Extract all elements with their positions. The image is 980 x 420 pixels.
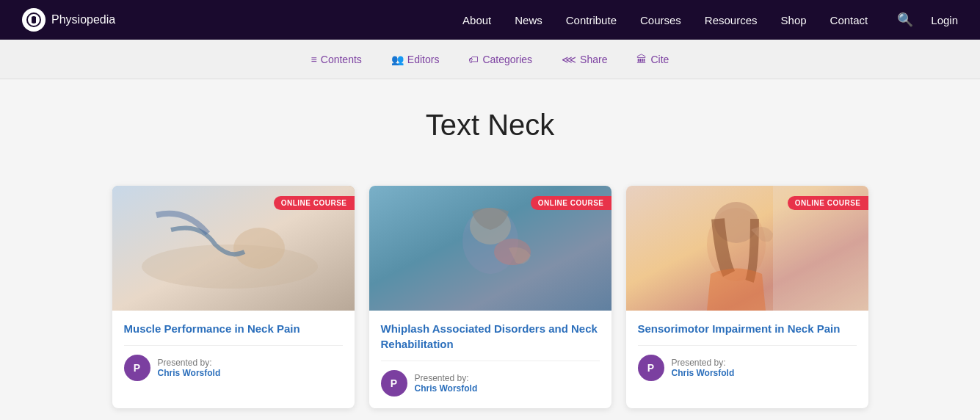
card-2-presenter: P Presented by: Chris Worsfold [381,370,600,397]
svg-point-3 [233,228,285,269]
secondary-navigation: ≡ Contents 👥 Editors 🏷 Categories ⋘ Shar… [0,40,980,79]
card-2-divider [381,361,600,361]
card-3-divider [638,345,857,346]
editors-label: Editors [407,54,440,65]
card-2[interactable]: ONLINE COURSE Whiplash Associated Disord… [369,186,611,408]
nav-right: 🔍 Login [897,12,958,28]
nav-contact[interactable]: Contact [830,14,868,26]
cite-link[interactable]: 🏛 Cite [636,54,669,65]
logo-text: Physiopedia [51,13,115,26]
card-2-title: Whiplash Associated Disorders and Neck R… [381,321,600,352]
card-1[interactable]: ONLINE COURSE Muscle Performance in Neck… [112,186,355,408]
card-1-presenter-name: Chris Worsfold [158,368,221,378]
nav-news[interactable]: News [515,14,542,26]
card-3-presenter: P Presented by: Chris Worsfold [638,355,857,381]
card-3-presenter-info: Presented by: Chris Worsfold [672,358,735,378]
card-1-presenter-info: Presented by: Chris Worsfold [158,358,221,378]
page-title: Text Neck [15,109,965,142]
editors-link[interactable]: 👥 Editors [391,54,440,65]
card-2-presented-by: Presented by: [415,373,478,383]
cite-icon: 🏛 [636,54,647,65]
share-link[interactable]: ⋘ Share [562,54,607,65]
contents-label: Contents [321,54,362,65]
card-1-presented-by: Presented by: [158,358,221,368]
nav-links: About News Contribute Courses Resources … [462,14,868,26]
nav-contribute[interactable]: Contribute [566,14,617,26]
nav-courses[interactable]: Courses [640,14,681,26]
card-1-body: Muscle Performance in Neck Pain P Presen… [112,311,355,393]
card-3-presented-by: Presented by: [672,358,735,368]
cards-section: ONLINE COURSE Muscle Performance in Neck… [0,178,980,420]
search-icon[interactable]: 🔍 [897,12,913,28]
card-2-presenter-name: Chris Worsfold [415,383,478,394]
card-3[interactable]: ONLINE COURSE Sensorimotor Impairment in… [626,186,868,408]
card-2-avatar: P [381,370,407,397]
svg-point-2 [142,245,318,289]
card-1-title: Muscle Performance in Neck Pain [124,321,343,336]
nav-shop[interactable]: Shop [781,14,807,26]
card-1-divider [124,345,343,346]
editors-icon: 👥 [391,54,404,65]
card-3-image: ONLINE COURSE [626,186,868,311]
contents-icon: ≡ [311,54,317,65]
card-3-body: Sensorimotor Impairment in Neck Pain P P… [626,311,868,393]
nav-resources[interactable]: Resources [705,14,758,26]
nav-about[interactable]: About [462,14,491,26]
card-1-image: ONLINE COURSE [112,186,355,311]
share-label: Share [580,54,607,65]
card-3-presenter-name: Chris Worsfold [672,368,735,378]
card-1-avatar: P [124,355,150,381]
card-2-badge: ONLINE COURSE [531,196,611,210]
categories-label: Categories [482,54,532,65]
card-2-image: ONLINE COURSE [369,186,611,311]
categories-link[interactable]: 🏷 Categories [468,54,532,65]
top-navigation: Physiopedia About News Contribute Course… [0,0,980,40]
share-icon: ⋘ [562,54,576,65]
card-1-presenter: P Presented by: Chris Worsfold [124,355,343,381]
card-2-presenter-info: Presented by: Chris Worsfold [415,373,478,394]
card-1-badge: ONLINE COURSE [274,196,355,210]
cite-label: Cite [650,54,669,65]
logo-icon [22,8,46,32]
login-button[interactable]: Login [931,14,958,26]
card-2-body: Whiplash Associated Disorders and Neck R… [369,311,611,408]
card-3-badge: ONLINE COURSE [788,196,868,210]
logo-area[interactable]: Physiopedia [22,8,115,32]
card-3-avatar: P [638,355,664,381]
contents-link[interactable]: ≡ Contents [311,54,362,65]
categories-icon: 🏷 [468,54,479,65]
page-title-section: Text Neck [0,79,980,178]
card-3-title: Sensorimotor Impairment in Neck Pain [638,321,857,336]
